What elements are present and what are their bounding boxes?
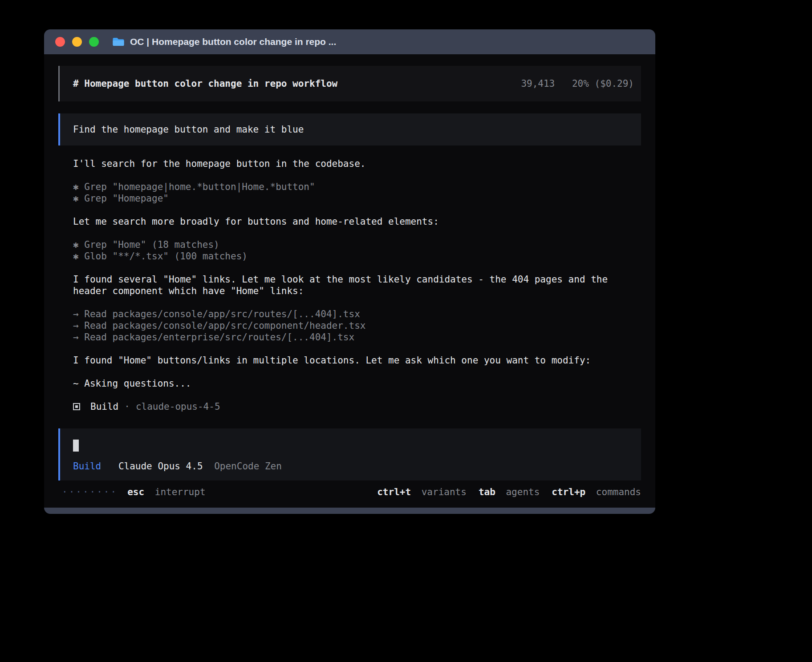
- assistant-text: I found "Home" buttons/links in multiple…: [73, 355, 641, 366]
- window-titlebar[interactable]: OC | Homepage button color change in rep…: [44, 29, 655, 54]
- status-bar-right: ctrl+t variants tab agents ctrl+p comman…: [377, 486, 641, 498]
- shortcut-variants: ctrl+t variants: [377, 486, 467, 498]
- shortcut-interrupt: esc interrupt: [127, 486, 205, 498]
- token-count: 39,413: [521, 78, 555, 89]
- session-header: # Homepage button color change in repo w…: [58, 66, 641, 101]
- session-stats: 39,413 20% ($0.29): [521, 78, 634, 89]
- tool-call-group: ✱ Grep "homepage|home.*button|Home.*butt…: [73, 181, 641, 204]
- user-message-text: Find the homepage button and make it blu…: [73, 124, 304, 135]
- context-usage: 20% ($0.29): [572, 78, 634, 89]
- assistant-text: Let me search more broadly for buttons a…: [73, 216, 641, 227]
- agent-name: Build: [90, 401, 118, 412]
- prompt-editor[interactable]: Build Claude Opus 4.5 OpenCode Zen: [58, 428, 641, 480]
- assistant-text: I'll search for the homepage button in t…: [73, 158, 641, 170]
- model-label: Claude Opus 4.5: [118, 461, 203, 472]
- minimize-button[interactable]: [72, 37, 82, 47]
- file-read-line: → Read packages/console/app/src/routes/[…: [73, 308, 641, 320]
- user-message: Find the homepage button and make it blu…: [58, 113, 641, 145]
- tool-call-line: ✱ Grep "Homepage": [73, 193, 641, 204]
- shortcut-label: interrupt: [155, 487, 206, 497]
- shortcut-agents: tab agents: [479, 486, 540, 498]
- terminal-content: # Homepage button color change in repo w…: [44, 54, 655, 508]
- close-button[interactable]: [55, 37, 65, 47]
- separator-dot: ·: [124, 401, 130, 412]
- agent-model: claude-opus-4-5: [136, 401, 220, 412]
- agent-attribution: Build · claude-opus-4-5: [73, 401, 641, 412]
- text-cursor: [73, 440, 79, 452]
- tool-call-line: ✱ Grep "homepage|home.*button|Home.*butt…: [73, 181, 641, 193]
- status-bar: ········ esc interrupt ctrl+t variants t…: [58, 486, 641, 498]
- shortcut-key: ctrl+p: [552, 487, 585, 497]
- window-title: OC | Homepage button color change in rep…: [130, 36, 336, 47]
- shortcut-key: ctrl+t: [377, 487, 411, 497]
- traffic-lights: [55, 37, 99, 47]
- prompt-footer: Build Claude Opus 4.5 OpenCode Zen: [73, 460, 628, 472]
- build-agent-icon: [73, 403, 80, 410]
- shortcut-key: esc: [127, 487, 144, 497]
- mode-label: Build: [73, 461, 101, 472]
- conversation-transcript: I'll search for the homepage button in t…: [58, 158, 641, 412]
- progress-dots: ········: [62, 486, 118, 498]
- shortcut-label: agents: [506, 487, 540, 497]
- session-title: # Homepage button color change in repo w…: [73, 78, 337, 89]
- shortcut-commands: ctrl+p commands: [552, 486, 641, 498]
- tool-call-group: ✱ Grep "Home" (18 matches) ✱ Glob "**/*.…: [73, 239, 641, 262]
- file-read-group: → Read packages/console/app/src/routes/[…: [73, 308, 641, 343]
- tool-call-line: ✱ Grep "Home" (18 matches): [73, 239, 641, 250]
- shortcut-label: commands: [596, 487, 641, 497]
- prompt-input[interactable]: [73, 440, 628, 452]
- terminal-window: OC | Homepage button color change in rep…: [44, 29, 655, 514]
- shortcut-key: tab: [479, 487, 495, 497]
- provider-label: OpenCode Zen: [214, 461, 282, 472]
- shortcut-label: variants: [422, 487, 467, 497]
- zoom-button[interactable]: [89, 37, 99, 47]
- file-read-line: → Read packages/console/app/src/componen…: [73, 320, 641, 331]
- status-text: ~ Asking questions...: [73, 378, 641, 389]
- tool-call-line: ✱ Glob "**/*.tsx" (100 matches): [73, 250, 641, 262]
- folder-icon: [112, 37, 125, 47]
- file-read-line: → Read packages/enterprise/src/routes/[.…: [73, 331, 641, 343]
- assistant-text: I found several "Home" links. Let me loo…: [73, 274, 641, 297]
